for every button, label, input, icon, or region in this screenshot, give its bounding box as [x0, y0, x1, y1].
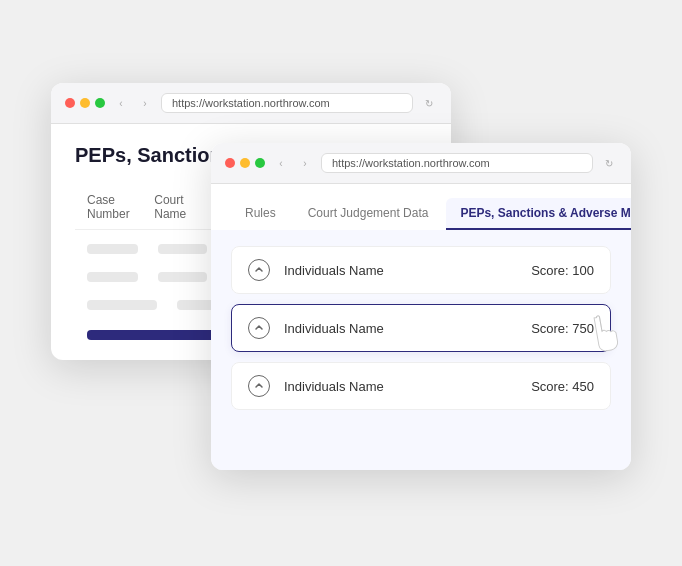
col-case-number: Case Number: [87, 193, 134, 221]
chevron-icon-2[interactable]: [248, 317, 270, 339]
individual-name-1: Individuals Name: [284, 263, 531, 278]
dot-red: [65, 98, 75, 108]
dot-red-f: [225, 158, 235, 168]
sk2: [158, 244, 207, 254]
sk8: [158, 272, 207, 282]
dot-green-f: [255, 158, 265, 168]
tab-bar: Rules Court Judgement Data PEPs, Sanctio…: [211, 184, 631, 230]
dot-green: [95, 98, 105, 108]
chevron-up-svg-1: [254, 265, 264, 275]
back-address-bar[interactable]: https://workstation.northrow.com: [161, 93, 413, 113]
chevron-up-svg-2: [254, 323, 264, 333]
sk7: [87, 272, 138, 282]
back-url: https://workstation.northrow.com: [172, 97, 330, 109]
individual-name-3: Individuals Name: [284, 379, 531, 394]
individual-row-3[interactable]: Individuals Name Score: 450: [231, 362, 611, 410]
sk1: [87, 244, 138, 254]
score-2: Score: 750: [531, 321, 594, 336]
reload-btn[interactable]: ↻: [421, 95, 437, 111]
individual-row-2[interactable]: Individuals Name Score: 750: [231, 304, 611, 352]
front-browser-bar: ‹ › https://workstation.northrow.com ↻: [211, 143, 631, 184]
col-court-name: Court Name: [154, 193, 200, 221]
front-content: Individuals Name Score: 100 Individuals …: [211, 230, 631, 470]
cursor-icon: [586, 311, 627, 361]
back-btn[interactable]: ‹: [113, 95, 129, 111]
front-browser: ‹ › https://workstation.northrow.com ↻ R…: [211, 143, 631, 470]
chevron-icon-3[interactable]: [248, 375, 270, 397]
skeleton-bar: [87, 330, 227, 340]
back-btn-f[interactable]: ‹: [273, 155, 289, 171]
scene: ‹ › https://workstation.northrow.com ↻ P…: [51, 43, 631, 523]
reload-btn-f[interactable]: ↻: [601, 155, 617, 171]
chevron-up-svg-3: [254, 381, 264, 391]
dot-yellow-f: [240, 158, 250, 168]
tab-rules[interactable]: Rules: [231, 198, 290, 230]
back-browser-bar: ‹ › https://workstation.northrow.com ↻: [51, 83, 451, 124]
forward-btn[interactable]: ›: [137, 95, 153, 111]
sk13: [87, 300, 157, 310]
front-url: https://workstation.northrow.com: [332, 157, 490, 169]
forward-btn-f[interactable]: ›: [297, 155, 313, 171]
dot-yellow: [80, 98, 90, 108]
chevron-icon-1[interactable]: [248, 259, 270, 281]
individual-name-2: Individuals Name: [284, 321, 531, 336]
score-1: Score: 100: [531, 263, 594, 278]
traffic-lights-back: [65, 98, 105, 108]
front-address-bar[interactable]: https://workstation.northrow.com: [321, 153, 593, 173]
traffic-lights-front: [225, 158, 265, 168]
individual-row-1[interactable]: Individuals Name Score: 100: [231, 246, 611, 294]
score-3: Score: 450: [531, 379, 594, 394]
tab-peps[interactable]: PEPs, Sanctions & Adverse Media: [446, 198, 631, 230]
tab-court-judgement[interactable]: Court Judgement Data: [294, 198, 443, 230]
